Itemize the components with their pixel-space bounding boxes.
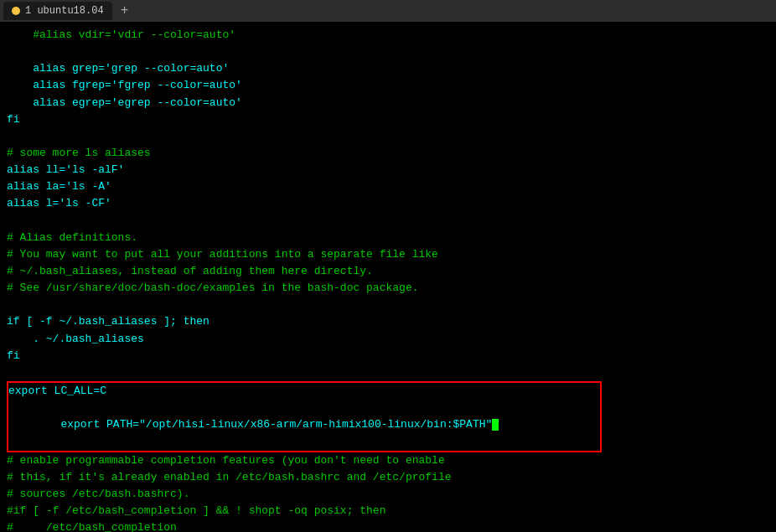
line-3: alias grep='grep --color=auto' — [7, 60, 769, 77]
export-line-2: export PATH="/opt/hisi-linux/x86-arm/arm… — [8, 400, 600, 450]
line-8: # some more ls aliases — [7, 145, 769, 162]
export-line-1: export LC_ALL=C — [8, 383, 600, 400]
line-9: alias ll='ls -alF' — [7, 162, 769, 178]
line-blank-5 — [7, 364, 769, 381]
line-10: alias la='ls -A' — [7, 178, 769, 195]
export-line-2-text: export PATH="/opt/hisi-linux/x86-arm/arm… — [60, 418, 492, 431]
terminal-tab[interactable]: 1 ubuntu18.04 — [3, 2, 112, 20]
line-19: . ~/.bash_aliases — [7, 331, 769, 348]
export-block: export LC_ALL=C export PATH="/opt/hisi-l… — [7, 381, 602, 452]
bottom-line-2: # this, if it's already enabled in /etc/… — [7, 469, 769, 486]
line-1: #alias vdir='vdir --color=auto' — [7, 27, 769, 44]
line-6: fi — [7, 111, 769, 128]
bottom-line-5: # /etc/bash_completion — [7, 519, 769, 532]
terminal-cursor — [492, 419, 499, 431]
tab-bar: 1 ubuntu18.04 + — [0, 0, 776, 22]
line-blank-1 — [7, 44, 769, 60]
line-5: alias egrep='egrep --color=auto' — [7, 95, 769, 111]
line-11: alias l='ls -CF' — [7, 195, 769, 212]
new-tab-button[interactable]: + — [117, 3, 132, 18]
tab-status-dot — [12, 7, 20, 15]
line-blank-2 — [7, 128, 769, 145]
export-block-wrapper: export LC_ALL=C export PATH="/opt/hisi-l… — [7, 381, 769, 452]
line-blank-3 — [7, 213, 769, 230]
line-14: # You may want to put all your additions… — [7, 246, 769, 263]
line-18: if [ -f ~/.bash_aliases ]; then — [7, 313, 769, 330]
bottom-line-4: #if [ -f /etc/bash_completion ] && ! sho… — [7, 503, 769, 519]
bottom-line-3: # sources /etc/bash.bashrc). — [7, 486, 769, 503]
line-15: # ~/.bash_aliases, instead of adding the… — [7, 263, 769, 280]
line-blank-4 — [7, 297, 769, 313]
terminal-area: #alias vdir='vdir --color=auto' alias gr… — [0, 22, 776, 532]
line-20: fi — [7, 348, 769, 364]
bottom-line-1: # enable programmable completion feature… — [7, 452, 769, 469]
line-16: # See /usr/share/doc/bash-doc/examples i… — [7, 280, 769, 297]
line-13: # Alias definitions. — [7, 230, 769, 246]
tab-label: 1 ubuntu18.04 — [25, 5, 104, 17]
line-4: alias fgrep='fgrep --color=auto' — [7, 77, 769, 94]
